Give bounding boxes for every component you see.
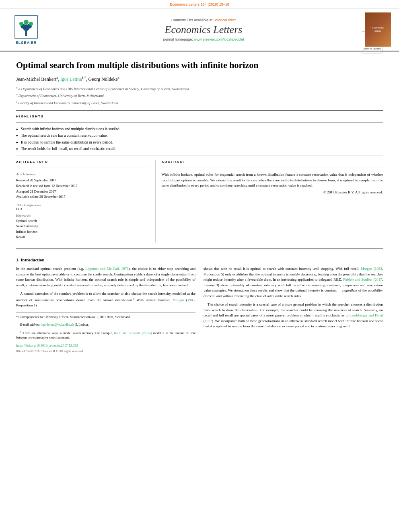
introduction-section: 1. Introduction In the standard optimal … [16,257,383,354]
doi-section: https://doi.org/10.1016/j.econlet.2017.1… [16,343,195,348]
keyword-3: Infinite horizon [16,229,149,235]
journal-center-info: Contents lists available at ScienceDirec… [44,18,363,41]
email-link[interactable]: igor.letina@vwi.unibe.ch [41,323,74,327]
intro-para2: A natural extension of the standard prob… [16,291,195,308]
landsberger-peled-link[interactable]: Landsberger and Peled [350,313,383,317]
jel-value: D83 [16,207,149,211]
svg-point-6 [19,22,23,26]
journal-cover-image: economics letters [365,12,391,47]
journal-title: Economics Letters [44,24,363,36]
info-abstract-layout: ARTICLE INFO Article history: Received 2… [16,160,383,242]
highlights-label: HIGHLIGHTS [16,115,383,118]
keywords-section: Keywords: Optimal search Search intensit… [16,214,149,240]
karni-schwartz-link[interactable]: Karni and Schwartz (1977a) [114,331,152,335]
homepage-link[interactable]: www.elsevier.com/locate/ecolet [194,37,244,41]
highlight-item-3: It is optimal to sample the same distrib… [16,140,383,145]
science-direct-text: Contents lists available at ScienceDirec… [44,18,363,22]
affiliations: a a Department of Economics and UBS Inte… [16,86,383,106]
svg-point-8 [29,22,33,26]
journal-homepage: journal homepage: www.elsevier.com/locat… [44,37,363,41]
accepted-text: Accepted 21 December 2017 [16,189,56,195]
history-received: Received 20 September 2017 [16,178,149,183]
abstract-text: With infinite horizon, optimal rules for… [162,172,383,189]
intro-title: 1. Introduction [16,257,383,262]
author-letina-link[interactable]: Igor Letina [60,76,82,82]
intro-para1: In the standard optimal search problem (… [16,266,195,288]
article-content: Check for updates Optimal search from mu… [0,51,399,362]
abstract-copyright: © 2017 Elsevier B.V. All rights reserved… [162,190,383,194]
page-container: Economics Letters 164 (2018) 15–18 [0,0,399,362]
intro-para3: shows that with no recall it is optimal … [204,266,383,299]
highlight-item-4: The result holds for full-recall, no-rec… [16,146,383,152]
elsevier-text: ELSEVIER [16,41,37,45]
keyword-1: Optimal search [16,218,149,224]
divider-2 [16,249,383,249]
affil-c: c Faculty of Business and Economics, Uni… [16,100,383,106]
journal-bar: Economics Letters 164 (2018) 15–18 [0,0,399,8]
footnotes-section: * Correspondence to: University of Bern,… [16,312,195,340]
article-info-divider [16,168,149,168]
author-benkert: Jean-Michel Benkert [16,76,56,82]
keywords-label: Keywords: [16,214,149,218]
jel-section: JEL classification: D83 [16,203,149,211]
journal-cover: economics letters [363,12,391,47]
lippman-mccall-link[interactable]: Lippman and Mc-Call, 1976 [85,267,128,271]
article-history-label: Article history: [16,172,149,177]
morgan1983-right-link[interactable]: Morgan [361,267,372,271]
article-info-label: ARTICLE INFO [16,160,149,164]
article-title: Optimal search from multiple distributio… [16,60,383,71]
science-direct-link[interactable]: ScienceDirect [214,18,236,22]
morgan1983-year-link[interactable]: 1983 [187,298,195,302]
highlight-item-1: Search with infinite horizon and multipl… [16,127,383,132]
history-available: Available online 28 December 2017 [16,194,149,200]
cover-title-line2: letters [374,30,381,33]
highlights-list: Search with infinite horizon and multipl… [16,127,383,152]
poblete-spulber-link[interactable]: Poblete and Spulber [343,277,372,281]
abstract-divider [162,168,383,168]
journal-header: ELSEVIER Contents lists available at Sci… [0,8,399,51]
elsevier-logo: ELSEVIER [8,15,44,45]
body-two-col: In the standard optimal search problem (… [16,266,383,354]
authors-line: Jean-Michel Benkerta, Igor Letinab,*, Ge… [16,76,383,82]
affil-b: b Department of Economics, University of… [16,92,383,99]
svg-point-9 [25,33,27,34]
keyword-4: Recall [16,234,149,240]
doi-link[interactable]: https://doi.org/10.1016/j.econlet.2017.1… [16,343,78,347]
history-table: Received 20 September 2017 Received in r… [16,178,149,199]
revised-text: Received in revised form 12 December 201… [16,183,77,189]
highlight-item-2: The optimal search rule has a constant r… [16,133,383,138]
author-noldeke: Georg Nöldeke [88,76,118,82]
history-accepted: Accepted 21 December 2017 [16,189,149,195]
keyword-2: Search intensity [16,224,149,229]
affil-a: a a Department of Economics and UBS Inte… [16,86,383,92]
intro-para4: The choice of search intensity is a spec… [204,302,383,329]
svg-point-7 [24,20,29,25]
available-text: Available online 28 December 2017 [16,194,66,200]
morgan1983-link[interactable]: Morgan [173,298,184,302]
footnote-email: E-mail address: igor.letina@vwi.unibe.ch… [16,322,195,327]
issn-section: 0165-1765/© 2017 Elsevier B.V. All right… [16,349,195,354]
cover-title-line1: economics [372,27,384,29]
highlights-divider-bottom [16,156,383,156]
divider-1 [16,110,383,111]
jel-label: JEL classification: [16,203,149,207]
footnote-star: * Correspondence to: University of Bern,… [16,315,195,319]
history-revised: Received in revised form 12 December 201… [16,183,149,189]
article-info-column: ARTICLE INFO Article history: Received 2… [16,160,156,242]
body-col-right: shows that with no recall it is optimal … [204,266,383,354]
body-col-left: In the standard optimal search problem (… [16,266,195,354]
abstract-column: ABSTRACT With infinite horizon, optimal … [156,160,383,242]
highlights-divider-top [16,122,383,123]
abstract-label: ABSTRACT [162,160,383,164]
highlights-section: HIGHLIGHTS Search with infinite horizon … [16,115,383,156]
journal-citation: Economics Letters 164 (2018) 15–18 [170,2,229,6]
received-text: Received 20 September 2017 [16,178,56,183]
footnote-1: 1 There are alternative ways to model se… [16,330,195,340]
elsevier-tree-icon [14,15,38,39]
